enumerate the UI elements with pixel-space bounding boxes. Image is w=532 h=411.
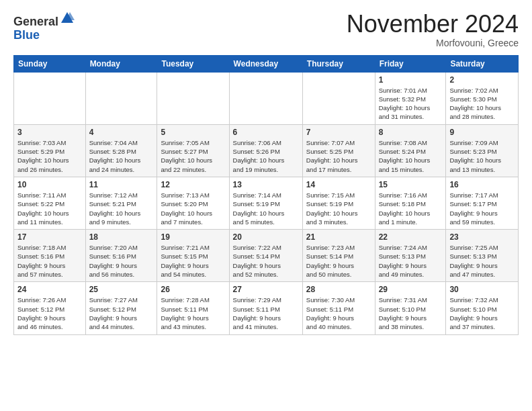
day-number: 10 bbox=[17, 180, 82, 189]
subtitle: Morfovouni, Greece bbox=[347, 38, 519, 48]
day-info: Sunrise: 7:25 AM Sunset: 5:13 PM Dayligh… bbox=[449, 243, 515, 279]
day-number: 26 bbox=[161, 285, 225, 294]
calendar-cell: 11Sunrise: 7:12 AM Sunset: 5:21 PM Dayli… bbox=[85, 177, 157, 229]
calendar-cell: 23Sunrise: 7:25 AM Sunset: 5:13 PM Dayli… bbox=[446, 230, 519, 282]
calendar-cell: 10Sunrise: 7:11 AM Sunset: 5:22 PM Dayli… bbox=[14, 177, 86, 229]
header: General Blue November 2024 Morfovouni, G… bbox=[13, 11, 519, 48]
page: General Blue November 2024 Morfovouni, G… bbox=[0, 0, 532, 346]
day-number: 4 bbox=[89, 128, 154, 137]
calendar-cell bbox=[14, 72, 86, 124]
day-info: Sunrise: 7:06 AM Sunset: 5:26 PM Dayligh… bbox=[233, 138, 299, 174]
calendar-week-3: 17Sunrise: 7:18 AM Sunset: 5:16 PM Dayli… bbox=[14, 230, 519, 282]
day-info: Sunrise: 7:29 AM Sunset: 5:11 PM Dayligh… bbox=[233, 295, 299, 331]
calendar-cell: 9Sunrise: 7:09 AM Sunset: 5:23 PM Daylig… bbox=[446, 124, 519, 177]
calendar-header-monday: Monday bbox=[85, 55, 157, 72]
day-info: Sunrise: 7:13 AM Sunset: 5:20 PM Dayligh… bbox=[161, 191, 225, 226]
calendar-cell: 13Sunrise: 7:14 AM Sunset: 5:19 PM Dayli… bbox=[229, 177, 302, 229]
calendar-cell: 15Sunrise: 7:16 AM Sunset: 5:18 PM Dayli… bbox=[375, 177, 446, 229]
day-info: Sunrise: 7:32 AM Sunset: 5:10 PM Dayligh… bbox=[449, 295, 515, 331]
calendar-cell: 22Sunrise: 7:24 AM Sunset: 5:13 PM Dayli… bbox=[375, 230, 446, 282]
calendar-cell: 30Sunrise: 7:32 AM Sunset: 5:10 PM Dayli… bbox=[446, 282, 519, 334]
day-info: Sunrise: 7:26 AM Sunset: 5:12 PM Dayligh… bbox=[17, 295, 82, 331]
day-number: 20 bbox=[233, 232, 299, 242]
day-info: Sunrise: 7:22 AM Sunset: 5:14 PM Dayligh… bbox=[233, 243, 299, 279]
day-info: Sunrise: 7:14 AM Sunset: 5:19 PM Dayligh… bbox=[233, 191, 299, 226]
calendar: SundayMondayTuesdayWednesdayThursdayFrid… bbox=[13, 55, 519, 335]
calendar-cell: 25Sunrise: 7:27 AM Sunset: 5:12 PM Dayli… bbox=[85, 282, 157, 334]
day-info: Sunrise: 7:30 AM Sunset: 5:11 PM Dayligh… bbox=[306, 295, 371, 331]
day-number: 12 bbox=[161, 180, 225, 189]
calendar-cell: 20Sunrise: 7:22 AM Sunset: 5:14 PM Dayli… bbox=[229, 230, 302, 282]
calendar-cell: 3Sunrise: 7:03 AM Sunset: 5:29 PM Daylig… bbox=[14, 124, 86, 177]
day-info: Sunrise: 7:20 AM Sunset: 5:16 PM Dayligh… bbox=[89, 243, 154, 279]
day-number: 21 bbox=[306, 232, 371, 242]
logo-general-text: General bbox=[13, 15, 58, 28]
day-info: Sunrise: 7:21 AM Sunset: 5:15 PM Dayligh… bbox=[161, 243, 225, 279]
day-info: Sunrise: 7:28 AM Sunset: 5:11 PM Dayligh… bbox=[161, 295, 225, 331]
day-number: 3 bbox=[17, 128, 82, 137]
logo-icon bbox=[60, 11, 75, 26]
month-title: November 2024 bbox=[347, 11, 519, 38]
day-number: 14 bbox=[306, 180, 371, 189]
day-number: 29 bbox=[379, 285, 443, 294]
day-number: 5 bbox=[161, 128, 225, 137]
day-info: Sunrise: 7:18 AM Sunset: 5:16 PM Dayligh… bbox=[17, 243, 82, 279]
day-number: 30 bbox=[449, 285, 515, 294]
day-info: Sunrise: 7:09 AM Sunset: 5:23 PM Dayligh… bbox=[449, 138, 515, 174]
day-number: 13 bbox=[233, 180, 299, 189]
day-number: 11 bbox=[89, 180, 154, 189]
day-number: 23 bbox=[449, 232, 515, 242]
day-number: 28 bbox=[306, 285, 371, 294]
calendar-header-friday: Friday bbox=[375, 55, 446, 72]
day-number: 22 bbox=[379, 232, 443, 242]
calendar-cell: 16Sunrise: 7:17 AM Sunset: 5:17 PM Dayli… bbox=[446, 177, 519, 229]
day-number: 2 bbox=[449, 75, 515, 85]
calendar-cell: 12Sunrise: 7:13 AM Sunset: 5:20 PM Dayli… bbox=[157, 177, 229, 229]
calendar-cell: 7Sunrise: 7:07 AM Sunset: 5:25 PM Daylig… bbox=[302, 124, 375, 177]
day-info: Sunrise: 7:05 AM Sunset: 5:27 PM Dayligh… bbox=[161, 138, 225, 174]
day-info: Sunrise: 7:04 AM Sunset: 5:28 PM Dayligh… bbox=[89, 138, 154, 174]
calendar-cell: 17Sunrise: 7:18 AM Sunset: 5:16 PM Dayli… bbox=[14, 230, 86, 282]
calendar-header-saturday: Saturday bbox=[446, 55, 519, 72]
title-block: November 2024 Morfovouni, Greece bbox=[347, 11, 519, 48]
day-number: 15 bbox=[379, 180, 443, 189]
logo-blue-text: Blue bbox=[13, 28, 40, 42]
day-info: Sunrise: 7:17 AM Sunset: 5:17 PM Dayligh… bbox=[449, 191, 515, 226]
calendar-cell: 5Sunrise: 7:05 AM Sunset: 5:27 PM Daylig… bbox=[157, 124, 229, 177]
calendar-cell bbox=[302, 72, 375, 124]
calendar-header-tuesday: Tuesday bbox=[157, 55, 229, 72]
day-number: 16 bbox=[449, 180, 515, 189]
day-info: Sunrise: 7:08 AM Sunset: 5:24 PM Dayligh… bbox=[379, 138, 443, 174]
day-number: 6 bbox=[233, 128, 299, 137]
day-number: 24 bbox=[17, 285, 82, 294]
calendar-week-1: 3Sunrise: 7:03 AM Sunset: 5:29 PM Daylig… bbox=[14, 124, 519, 177]
day-number: 19 bbox=[161, 232, 225, 242]
day-info: Sunrise: 7:15 AM Sunset: 5:19 PM Dayligh… bbox=[306, 191, 371, 226]
calendar-cell: 28Sunrise: 7:30 AM Sunset: 5:11 PM Dayli… bbox=[302, 282, 375, 334]
day-info: Sunrise: 7:23 AM Sunset: 5:14 PM Dayligh… bbox=[306, 243, 371, 279]
calendar-week-2: 10Sunrise: 7:11 AM Sunset: 5:22 PM Dayli… bbox=[14, 177, 519, 229]
calendar-header-wednesday: Wednesday bbox=[229, 55, 302, 72]
day-info: Sunrise: 7:11 AM Sunset: 5:22 PM Dayligh… bbox=[17, 191, 82, 226]
calendar-cell bbox=[229, 72, 302, 124]
calendar-cell: 1Sunrise: 7:01 AM Sunset: 5:32 PM Daylig… bbox=[375, 72, 446, 124]
day-info: Sunrise: 7:07 AM Sunset: 5:25 PM Dayligh… bbox=[306, 138, 371, 174]
day-number: 18 bbox=[89, 232, 154, 242]
day-info: Sunrise: 7:24 AM Sunset: 5:13 PM Dayligh… bbox=[379, 243, 443, 279]
day-number: 27 bbox=[233, 285, 299, 294]
day-number: 1 bbox=[379, 75, 443, 85]
day-info: Sunrise: 7:02 AM Sunset: 5:30 PM Dayligh… bbox=[449, 86, 515, 122]
calendar-cell: 26Sunrise: 7:28 AM Sunset: 5:11 PM Dayli… bbox=[157, 282, 229, 334]
day-number: 9 bbox=[449, 128, 515, 137]
calendar-cell: 29Sunrise: 7:31 AM Sunset: 5:10 PM Dayli… bbox=[375, 282, 446, 334]
calendar-cell: 4Sunrise: 7:04 AM Sunset: 5:28 PM Daylig… bbox=[85, 124, 157, 177]
calendar-cell: 2Sunrise: 7:02 AM Sunset: 5:30 PM Daylig… bbox=[446, 72, 519, 124]
day-number: 7 bbox=[306, 128, 371, 137]
calendar-header-thursday: Thursday bbox=[302, 55, 375, 72]
day-info: Sunrise: 7:27 AM Sunset: 5:12 PM Dayligh… bbox=[89, 295, 154, 331]
day-info: Sunrise: 7:12 AM Sunset: 5:21 PM Dayligh… bbox=[89, 191, 154, 226]
calendar-week-4: 24Sunrise: 7:26 AM Sunset: 5:12 PM Dayli… bbox=[14, 282, 519, 334]
day-info: Sunrise: 7:01 AM Sunset: 5:32 PM Dayligh… bbox=[379, 86, 443, 122]
calendar-cell: 18Sunrise: 7:20 AM Sunset: 5:16 PM Dayli… bbox=[85, 230, 157, 282]
day-number: 17 bbox=[17, 232, 82, 242]
